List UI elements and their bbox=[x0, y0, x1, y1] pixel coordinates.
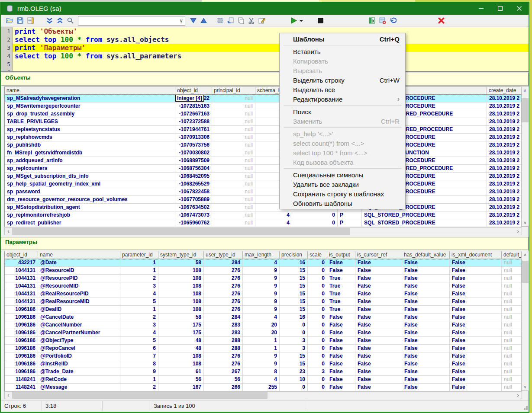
cell[interactable]: False bbox=[450, 321, 502, 329]
column-header[interactable]: object_id bbox=[175, 87, 212, 95]
cell[interactable]: False bbox=[402, 384, 450, 391]
cell[interactable]: 16 bbox=[280, 259, 308, 267]
cell[interactable]: 1096186 bbox=[5, 321, 38, 329]
menu-item[interactable]: Выделить всё bbox=[280, 85, 405, 94]
cell[interactable]: 0 bbox=[308, 376, 327, 384]
editor-line[interactable]: print 'Объекты' bbox=[13, 27, 529, 35]
cell[interactable]: -1067634502 bbox=[175, 204, 212, 211]
cell[interactable]: null bbox=[212, 180, 255, 188]
cell[interactable]: 0 bbox=[308, 360, 327, 368]
cell[interactable]: False bbox=[355, 298, 402, 306]
cell[interactable]: True bbox=[327, 298, 355, 306]
editor-line[interactable] bbox=[13, 68, 529, 72]
excel-export-icon[interactable] bbox=[367, 16, 377, 26]
cell[interactable]: False bbox=[355, 352, 402, 360]
column-header[interactable]: scale bbox=[308, 251, 327, 259]
cell[interactable]: True bbox=[327, 290, 355, 298]
cell[interactable]: 4 bbox=[255, 211, 292, 219]
cell[interactable]: False bbox=[327, 384, 355, 391]
cell[interactable]: 28.10.2019 2 bbox=[487, 173, 522, 180]
run-icon[interactable] bbox=[288, 16, 299, 26]
cell[interactable]: False bbox=[402, 290, 450, 298]
cell[interactable]: 15 bbox=[280, 306, 308, 314]
cell[interactable]: 1044131 bbox=[5, 275, 38, 282]
cell[interactable]: False bbox=[355, 282, 402, 290]
table-row[interactable]: 1096186@RepoCancel648288130FalseFalseFal… bbox=[5, 345, 521, 352]
cell[interactable]: 276 bbox=[204, 282, 243, 290]
column-header[interactable]: name bbox=[38, 251, 120, 259]
table-row[interactable]: 1044131@ResourceID11082769150FalseFalseF… bbox=[5, 267, 521, 275]
cell[interactable]: False bbox=[327, 314, 355, 321]
cell[interactable]: 3 bbox=[120, 321, 158, 329]
cell[interactable]: 28.10.2019 2 bbox=[487, 102, 522, 110]
cell[interactable]: 3 bbox=[280, 337, 308, 345]
cell[interactable]: 0 bbox=[308, 321, 327, 329]
menu-item[interactable]: Специальные символы bbox=[280, 170, 405, 179]
cell[interactable]: False bbox=[450, 275, 502, 282]
cell[interactable]: 9 bbox=[243, 282, 280, 290]
menu-item[interactable]: Удалить все закладки bbox=[280, 179, 405, 189]
cell[interactable]: fn_MSrepl_getsrvidfromdistdb bbox=[5, 149, 175, 157]
cell[interactable]: False bbox=[450, 259, 502, 267]
scroll-thumb[interactable] bbox=[522, 98, 529, 122]
scroll-right-icon[interactable]: › bbox=[514, 228, 522, 235]
scroll-thumb[interactable] bbox=[12, 228, 350, 235]
triangle-down-icon[interactable] bbox=[188, 16, 198, 26]
cell[interactable]: -1067473073 bbox=[175, 211, 212, 219]
table-row[interactable]: sp_replsetsyncstatus-1071944761nullEXTEN… bbox=[5, 126, 521, 134]
scroll-track[interactable] bbox=[522, 258, 529, 384]
cell[interactable]: 1 bbox=[120, 306, 158, 314]
cell[interactable]: False bbox=[402, 376, 450, 384]
cell[interactable]: 283 bbox=[204, 321, 243, 329]
cell[interactable]: -1067705889 bbox=[175, 196, 212, 204]
cell[interactable]: 2 bbox=[120, 314, 158, 321]
cell[interactable]: 9 bbox=[243, 275, 280, 282]
cell[interactable]: 432217 bbox=[5, 259, 38, 267]
cell[interactable]: 28.10.2019 2 bbox=[487, 157, 522, 165]
cell[interactable]: 15 bbox=[280, 360, 308, 368]
cell[interactable]: 56 bbox=[204, 376, 243, 384]
cell[interactable]: 0 bbox=[292, 211, 338, 219]
column-header[interactable]: parameter_id bbox=[120, 251, 158, 259]
cell[interactable]: @RealResourceMID bbox=[38, 298, 120, 306]
cell[interactable]: 15 bbox=[280, 352, 308, 360]
close-button[interactable] bbox=[509, 2, 529, 15]
objects-horizontal-scrollbar[interactable]: ‹ › bbox=[4, 227, 522, 235]
column-header[interactable]: object_id bbox=[5, 251, 38, 259]
table-row[interactable]: sp_redirect_publisher-1065960762null40PS… bbox=[5, 219, 521, 227]
search-icon[interactable] bbox=[65, 16, 75, 26]
cell[interactable]: null bbox=[212, 211, 255, 219]
cell[interactable]: False bbox=[402, 345, 450, 352]
editor-lines[interactable]: print 'Объекты'select top 100 * from sys… bbox=[13, 27, 529, 71]
cell[interactable]: 108 bbox=[158, 306, 204, 314]
cell[interactable]: False bbox=[450, 267, 502, 275]
cell[interactable]: False bbox=[355, 314, 402, 321]
cell[interactable]: 3 bbox=[308, 368, 327, 376]
column-header[interactable]: is_cursor_ref bbox=[355, 251, 402, 259]
cell[interactable]: null bbox=[502, 360, 522, 368]
cell[interactable]: 1096186 bbox=[5, 329, 38, 337]
cell[interactable]: False bbox=[402, 275, 450, 282]
cell[interactable]: 0 bbox=[292, 219, 338, 227]
column-header[interactable]: has_default_value bbox=[402, 251, 450, 259]
cell[interactable]: @ResourceMID bbox=[38, 282, 120, 290]
cell[interactable]: 9 bbox=[243, 290, 280, 298]
cell[interactable]: sp_password bbox=[5, 188, 175, 196]
edit-icon[interactable] bbox=[256, 16, 267, 26]
table-row[interactable]: 1044131@ResourcePID21082769150TrueFalseF… bbox=[5, 275, 521, 282]
cell[interactable]: 0 bbox=[308, 345, 327, 352]
chevron-down-icon[interactable]: ∨ bbox=[179, 17, 183, 24]
cell[interactable]: 28.10.2019 2 bbox=[487, 141, 522, 149]
cell[interactable]: SQL_STORED_PROCEDURE bbox=[362, 219, 487, 227]
cell[interactable]: null bbox=[212, 157, 255, 165]
cell[interactable]: sp_replshowcmds bbox=[5, 134, 175, 141]
cell[interactable]: sp_replcounters bbox=[5, 165, 175, 173]
cell[interactable]: null bbox=[212, 110, 255, 118]
cell[interactable]: 0 bbox=[308, 306, 327, 314]
cell[interactable]: null bbox=[502, 282, 522, 290]
cell[interactable]: null bbox=[502, 337, 522, 345]
cell[interactable]: False bbox=[355, 337, 402, 345]
cell[interactable]: 24922Integer [4] bbox=[175, 95, 212, 102]
cell[interactable]: 1096186 bbox=[5, 306, 38, 314]
cell[interactable]: False bbox=[355, 306, 402, 314]
